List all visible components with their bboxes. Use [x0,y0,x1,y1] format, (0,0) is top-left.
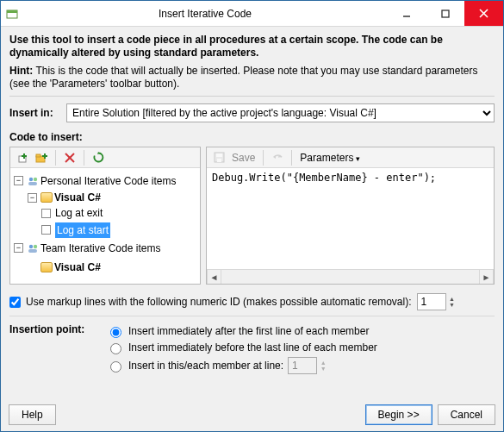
svg-rect-3 [442,10,449,17]
spin-down-icon[interactable]: ▼ [448,302,457,308]
undo-button[interactable] [269,149,286,166]
divider [9,316,495,316]
svg-rect-17 [28,182,37,185]
people-icon [27,176,39,186]
toolbar-separator [291,150,292,166]
delete-button[interactable] [61,149,78,166]
tree-group-label: Personal Iterative Code items [40,173,176,189]
insert-in-dropdown[interactable]: Entire Solution [filtered by the active … [66,103,495,122]
checkbox-icon[interactable] [41,209,51,218]
folder-icon [40,192,53,203]
add-folder-button[interactable] [33,149,50,166]
spin-up-icon: ▲ [319,360,327,366]
radio-before-last[interactable] [110,343,121,354]
line-number-input [288,357,317,374]
editor-toolbar: Save Parameters [207,147,494,168]
maximize-button[interactable] [426,1,464,26]
people-icon [27,243,39,254]
begin-button[interactable]: Begin >> [365,404,432,425]
toolbar-separator [263,150,264,166]
code-to-insert-label: Code to insert: [9,131,495,143]
templates-pane: − Personal Iterative Code items − Visual… [9,147,201,285]
svg-point-18 [29,244,33,247]
radio-label: Insert immediately after the first line … [128,325,369,337]
expander-icon[interactable]: − [28,193,37,203]
radio-at-line[interactable] [110,361,121,373]
expander-icon[interactable]: − [14,176,23,185]
divider [9,96,495,97]
spin-up-icon[interactable]: ▲ [448,296,457,302]
title-bar: Insert Iterative Code [1,1,503,27]
radio-after-first[interactable] [110,327,121,338]
window-title: Insert Iterative Code [23,8,387,20]
horizontal-scrollbar[interactable]: ◄ ► [207,269,494,284]
svg-rect-1 [7,10,17,13]
tree-item-selected[interactable]: Log at start [55,222,110,238]
checkbox-icon[interactable] [41,225,51,235]
intro-text: Use this tool to insert a code piece in … [9,34,495,59]
expander-icon[interactable]: − [14,243,23,253]
insertion-point-label: Insertion point: [9,322,96,335]
save-label[interactable]: Save [229,152,258,164]
svg-point-19 [34,244,37,247]
markup-id-input[interactable] [417,293,446,310]
insert-in-label: Insert in: [9,107,61,119]
tree-group-label: Team Iterative Code items [40,241,160,256]
help-button[interactable]: Help [9,404,56,425]
spin-down-icon: ▼ [319,366,327,372]
svg-rect-23 [217,159,221,162]
code-editor[interactable]: Debug.Write("{MemberName} - enter"); [207,168,494,269]
folder-icon [40,262,53,272]
scroll-left-icon[interactable]: ◄ [207,270,221,284]
templates-toolbar [10,147,200,168]
parameters-dropdown[interactable]: Parameters [297,152,363,164]
svg-rect-10 [36,154,40,157]
save-icon[interactable] [210,149,227,166]
scroll-right-icon[interactable]: ► [479,270,494,284]
minimize-button[interactable] [387,1,426,26]
svg-rect-22 [216,153,222,157]
add-item-button[interactable] [14,149,31,166]
toolbar-separator [55,150,56,166]
tree-lang-label: Visual C# [54,190,101,205]
hint-label: Hint: [9,65,33,77]
app-icon [1,8,23,20]
svg-point-15 [29,177,33,180]
cancel-button[interactable]: Cancel [438,404,495,425]
markup-checkbox[interactable] [9,297,21,308]
radio-label: Insert in this/each member at line: [128,360,283,372]
hint-body: This is the code that will actually be i… [9,65,477,90]
templates-tree[interactable]: − Personal Iterative Code items − Visual… [10,168,200,284]
refresh-button[interactable] [90,149,107,166]
tree-item[interactable]: Log at exit [55,205,103,221]
svg-rect-20 [28,249,37,253]
toolbar-separator [84,150,84,166]
svg-point-16 [34,177,37,180]
markup-label: Use markup lines with the following nume… [26,296,412,308]
hint-text: Hint: This is the code that will actuall… [9,65,495,91]
editor-pane: Save Parameters Debug.Write("{MemberName… [206,147,495,285]
tree-lang-label: Visual C# [54,260,101,275]
close-button[interactable] [464,1,503,26]
radio-label: Insert immediately before the last line … [128,341,377,354]
